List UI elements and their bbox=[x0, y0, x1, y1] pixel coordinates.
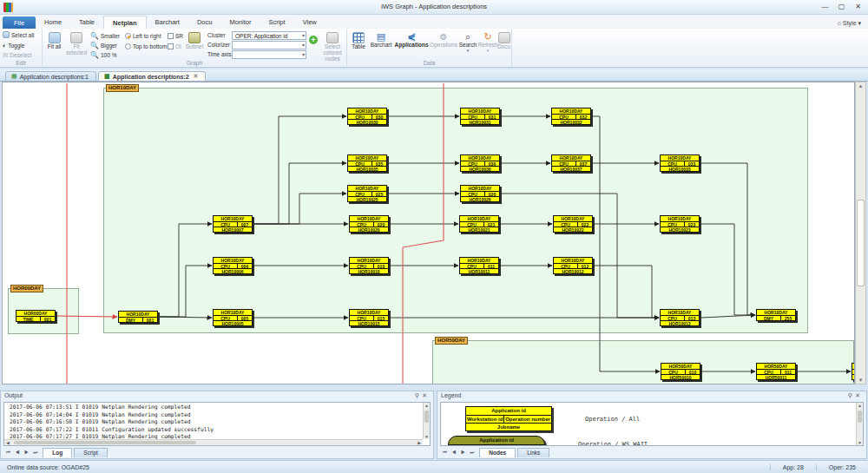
scroll-right-icon[interactable]: ▶ bbox=[418, 440, 421, 446]
deselect-button[interactable]: ☒Deselect bbox=[3, 50, 32, 60]
legend-vscroll[interactable]: ▲ ▼ bbox=[856, 403, 863, 445]
zoom-100-button[interactable]: 🔍100 % bbox=[90, 50, 116, 60]
top-to-bottom-radio[interactable]: Top to bottom bbox=[125, 43, 167, 49]
toggle-button[interactable]: ◐Toggle bbox=[3, 41, 24, 50]
subnet-button[interactable]: Subnet bbox=[183, 30, 206, 51]
graph-node[interactable]: HOR10DAYCPU015HOR10015 bbox=[349, 309, 389, 326]
legend-tab-nodes[interactable]: Nodes bbox=[479, 448, 516, 457]
output-vscroll-thumb[interactable] bbox=[424, 411, 429, 423]
graph-node[interactable]: HOR10DAYCPU037HOR10037 bbox=[551, 154, 591, 172]
graph-node[interactable]: HOR10DAYCPU036HOR10036 bbox=[460, 154, 500, 172]
output-hscroll[interactable]: ◀ ▶ bbox=[4, 439, 423, 445]
minimize-button[interactable]: — bbox=[817, 1, 833, 12]
select-all-button[interactable]: Select all bbox=[3, 31, 34, 38]
ribbon-tab-table[interactable]: Table bbox=[70, 16, 103, 29]
ribbon-tab-docu[interactable]: Docu bbox=[188, 16, 221, 29]
pin-icon[interactable]: ⚲ bbox=[848, 392, 855, 398]
maximize-button[interactable]: ▢ bbox=[833, 1, 850, 12]
table-button[interactable]: Table bbox=[349, 30, 368, 51]
close-tab-icon[interactable]: ✕ bbox=[194, 73, 199, 80]
colorizer-dropdown[interactable] bbox=[232, 41, 306, 49]
oi-checkbox[interactable]: OI bbox=[168, 43, 181, 49]
graph-node[interactable]: HOR10DAYCPU033HOR10033 bbox=[660, 154, 700, 172]
graph-node[interactable]: HOR10DAYCPU007HOR10007 bbox=[213, 215, 253, 233]
graph-node[interactable]: HOR10DAYCPU026HOR10026 bbox=[460, 185, 500, 202]
legend-vscroll-thumb[interactable] bbox=[858, 411, 862, 423]
document-tab[interactable]: ▦Application descriptions:1 bbox=[5, 71, 96, 81]
graph-node[interactable]: HOR10DAYCPU006HOR10006 bbox=[213, 257, 253, 274]
cluster-dropdown[interactable]: OPER: Application id bbox=[232, 31, 306, 40]
tab-nav-arrows[interactable]: ⏮ ◀ ▶ ⏭ bbox=[437, 450, 479, 457]
scroll-down-icon[interactable]: ▼ bbox=[856, 378, 865, 383]
graph-node[interactable]: HOR10DAYCPU020HOR10020 bbox=[349, 215, 389, 233]
search-button[interactable]: ⌕Search▾ bbox=[458, 30, 477, 56]
node-workstation-id: CPU bbox=[348, 115, 372, 119]
docu-button[interactable]: Docu bbox=[496, 30, 511, 51]
refresh-button[interactable]: ↻Refresh▾ bbox=[478, 30, 497, 56]
graph-node[interactable]: HOR10DAYCPU010HOR10010 bbox=[349, 257, 389, 274]
close-panel-icon[interactable]: ✕ bbox=[855, 392, 863, 398]
zoom-bigger-button[interactable]: 🔍Bigger bbox=[90, 41, 117, 50]
output-tab-log[interactable]: Log bbox=[43, 448, 72, 457]
applications-button[interactable]: ⋞Applications bbox=[394, 30, 429, 49]
barchart-button[interactable]: ▤Barchart bbox=[369, 30, 393, 49]
graph-node[interactable]: HOR10DAYCPU025HOR10025 bbox=[347, 185, 387, 202]
graph-node[interactable]: HOR10DAYCPU013HOR10013 bbox=[660, 309, 700, 326]
scroll-up-icon[interactable]: ▲ bbox=[857, 403, 863, 408]
graph-node[interactable]: HOR10DAYCPU031HOR10031 bbox=[460, 108, 500, 125]
close-button[interactable]: ✕ bbox=[850, 1, 866, 12]
graph-node[interactable]: HOR10DAYDMY255 bbox=[756, 309, 796, 321]
canvas-vertical-scrollbar[interactable]: ▲ ▼ bbox=[855, 82, 866, 384]
graph-node[interactable]: HOR10DAYCPU012HOR10012 bbox=[553, 257, 593, 274]
log-line: 2017-06-06 07:14:04 I 01019 Netplan Rend… bbox=[10, 411, 430, 419]
scroll-up-icon[interactable]: ▲ bbox=[856, 83, 865, 89]
ribbon-tab-netplan[interactable]: Netplan bbox=[103, 16, 147, 29]
fit-selected-button[interactable]: Fit selected bbox=[65, 30, 88, 57]
ribbon-tab-home[interactable]: Home bbox=[36, 16, 70, 29]
scroll-down-icon[interactable]: ▼ bbox=[424, 434, 430, 439]
file-tab[interactable]: File bbox=[3, 16, 36, 29]
scroll-left-icon[interactable]: ◀ bbox=[6, 440, 10, 446]
graph-node[interactable]: HOR10DAYCPU030HOR10030 bbox=[347, 108, 387, 125]
graph-node[interactable]: HOR10DAYCPU011HOR10011 bbox=[459, 257, 499, 274]
ribbon-tab-script[interactable]: Script bbox=[260, 16, 293, 29]
canvas-vscroll-thumb[interactable] bbox=[857, 200, 865, 286]
add-colorizer-button[interactable]: + bbox=[309, 36, 318, 44]
tab-nav-arrows[interactable]: ⏮ ◀ ▶ ⏭ bbox=[1, 450, 43, 457]
graph-node[interactable]: HOR50DAYCPU011HOR50011 bbox=[756, 363, 796, 380]
graph-node[interactable]: HOR10DAYCPU021HOR10021 bbox=[459, 215, 499, 233]
graph-node[interactable]: HOR10DAYCPU032HOR10032 bbox=[551, 108, 591, 125]
graph-canvas[interactable]: HOR10DAYHOR00DAYHOR50DAY HOR00DAYTIME001… bbox=[2, 82, 855, 384]
output-tab-script[interactable]: Script bbox=[74, 448, 108, 457]
select-colored-nodes-button[interactable]: Select colored nodes bbox=[319, 30, 346, 63]
graph-node[interactable]: HOR10DAYDMY001 bbox=[118, 311, 158, 323]
output-log-area[interactable]: 2017-06-06 07:13:51 I 01019 Netplan Rend… bbox=[3, 402, 431, 446]
scroll-up-icon[interactable]: ▲ bbox=[424, 403, 430, 408]
node-jobname: HOR10025 bbox=[348, 196, 386, 201]
ribbon-tab-barchart[interactable]: Barchart bbox=[147, 16, 188, 29]
scroll-down-icon[interactable]: ▼ bbox=[857, 440, 863, 445]
legend-tab-links[interactable]: Links bbox=[517, 448, 549, 457]
time-axis-dropdown[interactable] bbox=[232, 50, 306, 59]
output-vscroll[interactable]: ▲ ▼ bbox=[423, 403, 430, 439]
output-hscroll-thumb[interactable] bbox=[14, 441, 196, 444]
fit-all-button[interactable]: Fit all bbox=[44, 30, 64, 51]
document-tab[interactable]: ▦Application descriptions:2✕ bbox=[98, 71, 206, 81]
graph-node[interactable]: HOR10DAYCPU023HOR10023 bbox=[660, 215, 700, 233]
style-menu[interactable]: ⌂ Style ▾ bbox=[831, 17, 868, 29]
node-workstation-id: TIME bbox=[16, 317, 41, 321]
left-to-right-radio[interactable]: Left to right bbox=[125, 33, 161, 39]
node-workstation-id: CPU bbox=[552, 161, 576, 166]
close-panel-icon[interactable]: ✕ bbox=[422, 392, 430, 398]
pin-icon[interactable]: ⚲ bbox=[415, 392, 422, 398]
graph-node[interactable]: HOR50DAYCPU010HOR50010 bbox=[661, 363, 700, 380]
graph-node[interactable]: HOR10DAYCPU022HOR10022 bbox=[553, 215, 593, 233]
graph-node[interactable]: HOR10DAYCPU005HOR10005 bbox=[213, 309, 253, 326]
ribbon-tab-view[interactable]: View bbox=[294, 16, 326, 29]
sr-checkbox[interactable]: SR bbox=[168, 33, 183, 39]
ribbon-tab-monitor[interactable]: Monitor bbox=[220, 16, 260, 29]
operations-button[interactable]: ⚙Operations bbox=[430, 30, 457, 49]
zoom-smaller-button[interactable]: 🔍Smaller bbox=[90, 31, 120, 41]
graph-node[interactable]: HOR10DAYCPU035HOR10035 bbox=[347, 154, 387, 172]
graph-node[interactable]: HOR00DAYTIME001 bbox=[16, 310, 56, 322]
